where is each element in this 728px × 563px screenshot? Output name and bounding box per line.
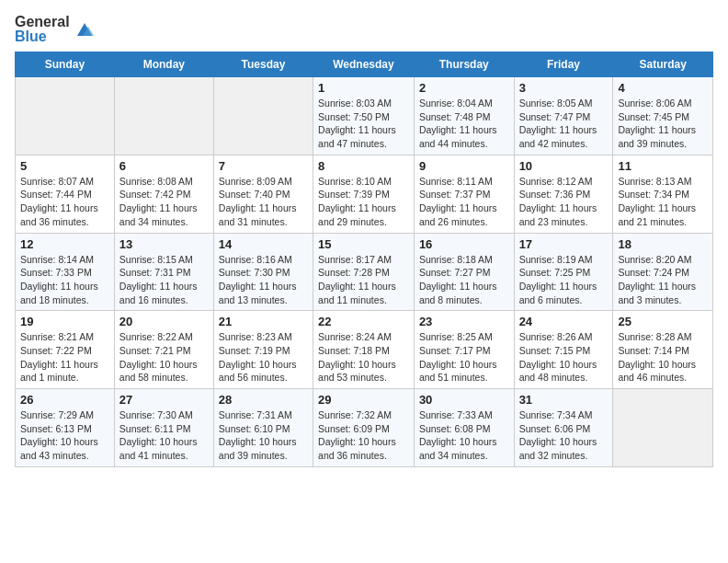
day-number: 18 [618, 237, 708, 251]
day-info: Sunrise: 8:05 AMSunset: 7:47 PMDaylight:… [519, 97, 609, 151]
day-number: 29 [318, 393, 409, 407]
day-number: 25 [618, 315, 708, 328]
day-number: 28 [219, 393, 308, 407]
calendar-cell: 22Sunrise: 8:24 AMSunset: 7:18 PMDayligh… [313, 311, 415, 389]
logo-blue: Blue [15, 29, 70, 44]
day-info: Sunrise: 7:32 AMSunset: 6:09 PMDaylight:… [318, 408, 409, 463]
day-number: 31 [519, 393, 609, 407]
calendar-cell: 26Sunrise: 7:29 AMSunset: 6:13 PMDayligh… [16, 389, 115, 467]
weekday-header-friday: Friday [514, 52, 613, 77]
calendar-cell: 24Sunrise: 8:26 AMSunset: 7:15 PMDayligh… [514, 311, 613, 389]
day-number: 2 [419, 81, 509, 95]
calendar-cell: 8Sunrise: 8:10 AMSunset: 7:39 PMDaylight… [313, 155, 415, 233]
calendar-cell: 12Sunrise: 8:14 AMSunset: 7:33 PMDayligh… [16, 233, 115, 311]
day-info: Sunrise: 8:09 AMSunset: 7:40 PMDaylight:… [219, 175, 308, 229]
weekday-header-saturday: Saturday [613, 52, 713, 77]
calendar-cell [213, 77, 313, 155]
day-number: 14 [219, 237, 308, 251]
day-number: 6 [119, 159, 209, 173]
calendar-cell: 5Sunrise: 8:07 AMSunset: 7:44 PMDaylight… [16, 155, 115, 233]
day-info: Sunrise: 8:04 AMSunset: 7:48 PMDaylight:… [419, 97, 509, 151]
calendar-cell: 16Sunrise: 8:18 AMSunset: 7:27 PMDayligh… [414, 233, 514, 311]
logo-general: General [15, 15, 70, 29]
calendar-cell [613, 389, 713, 467]
day-number: 22 [318, 315, 409, 328]
calendar-cell: 19Sunrise: 8:21 AMSunset: 7:22 PMDayligh… [16, 311, 115, 389]
weekday-header-sunday: Sunday [16, 52, 115, 77]
calendar-cell: 14Sunrise: 8:16 AMSunset: 7:30 PMDayligh… [213, 233, 313, 311]
calendar-cell: 28Sunrise: 7:31 AMSunset: 6:10 PMDayligh… [213, 389, 313, 467]
day-info: Sunrise: 8:22 AMSunset: 7:21 PMDaylight:… [119, 330, 209, 385]
calendar-cell: 10Sunrise: 8:12 AMSunset: 7:36 PMDayligh… [514, 155, 613, 233]
day-info: Sunrise: 7:33 AMSunset: 6:08 PMDaylight:… [419, 408, 509, 463]
calendar-cell: 6Sunrise: 8:08 AMSunset: 7:42 PMDaylight… [114, 155, 213, 233]
calendar-cell: 15Sunrise: 8:17 AMSunset: 7:28 PMDayligh… [313, 233, 415, 311]
calendar-cell: 31Sunrise: 7:34 AMSunset: 6:06 PMDayligh… [514, 389, 613, 467]
calendar-cell: 25Sunrise: 8:28 AMSunset: 7:14 PMDayligh… [613, 311, 713, 389]
calendar-cell: 17Sunrise: 8:19 AMSunset: 7:25 PMDayligh… [514, 233, 613, 311]
calendar-cell: 21Sunrise: 8:23 AMSunset: 7:19 PMDayligh… [213, 311, 313, 389]
day-info: Sunrise: 8:11 AMSunset: 7:37 PMDaylight:… [419, 175, 509, 229]
day-info: Sunrise: 8:13 AMSunset: 7:34 PMDaylight:… [618, 175, 708, 229]
day-info: Sunrise: 7:30 AMSunset: 6:11 PMDaylight:… [119, 408, 209, 463]
day-number: 5 [20, 159, 109, 173]
calendar-cell: 27Sunrise: 7:30 AMSunset: 6:11 PMDayligh… [114, 389, 213, 467]
day-number: 16 [419, 237, 509, 251]
day-info: Sunrise: 8:26 AMSunset: 7:15 PMDaylight:… [519, 330, 609, 385]
logo: General Blue [15, 15, 96, 44]
day-info: Sunrise: 8:14 AMSunset: 7:33 PMDaylight:… [20, 253, 109, 307]
day-number: 9 [419, 159, 509, 173]
day-number: 11 [618, 159, 708, 173]
day-info: Sunrise: 8:16 AMSunset: 7:30 PMDaylight:… [219, 253, 308, 307]
day-info: Sunrise: 8:19 AMSunset: 7:25 PMDaylight:… [519, 253, 609, 307]
calendar-cell: 4Sunrise: 8:06 AMSunset: 7:45 PMDaylight… [613, 77, 713, 155]
day-number: 30 [419, 393, 509, 407]
calendar-cell: 30Sunrise: 7:33 AMSunset: 6:08 PMDayligh… [414, 389, 514, 467]
weekday-header-tuesday: Tuesday [213, 52, 313, 77]
calendar-cell: 20Sunrise: 8:22 AMSunset: 7:21 PMDayligh… [114, 311, 213, 389]
day-info: Sunrise: 8:18 AMSunset: 7:27 PMDaylight:… [419, 253, 509, 307]
day-info: Sunrise: 7:34 AMSunset: 6:06 PMDaylight:… [519, 408, 609, 463]
day-info: Sunrise: 8:12 AMSunset: 7:36 PMDaylight:… [519, 175, 609, 229]
day-number: 12 [20, 237, 109, 251]
day-info: Sunrise: 7:29 AMSunset: 6:13 PMDaylight:… [20, 408, 109, 463]
day-info: Sunrise: 8:15 AMSunset: 7:31 PMDaylight:… [119, 253, 209, 307]
calendar-cell: 7Sunrise: 8:09 AMSunset: 7:40 PMDaylight… [213, 155, 313, 233]
weekday-header-wednesday: Wednesday [313, 52, 415, 77]
day-number: 1 [318, 81, 409, 95]
day-info: Sunrise: 8:20 AMSunset: 7:24 PMDaylight:… [618, 253, 708, 307]
weekday-header-monday: Monday [114, 52, 213, 77]
day-info: Sunrise: 8:07 AMSunset: 7:44 PMDaylight:… [20, 175, 109, 229]
calendar-cell: 1Sunrise: 8:03 AMSunset: 7:50 PMDaylight… [313, 77, 415, 155]
day-number: 27 [119, 393, 209, 407]
day-number: 23 [419, 315, 509, 328]
day-info: Sunrise: 8:08 AMSunset: 7:42 PMDaylight:… [119, 175, 209, 229]
day-info: Sunrise: 8:28 AMSunset: 7:14 PMDaylight:… [618, 330, 708, 385]
calendar-table: SundayMondayTuesdayWednesdayThursdayFrid… [15, 52, 713, 467]
day-number: 24 [519, 315, 609, 328]
day-number: 17 [519, 237, 609, 251]
day-number: 10 [519, 159, 609, 173]
calendar-cell: 13Sunrise: 8:15 AMSunset: 7:31 PMDayligh… [114, 233, 213, 311]
calendar-cell: 2Sunrise: 8:04 AMSunset: 7:48 PMDaylight… [414, 77, 514, 155]
day-info: Sunrise: 7:31 AMSunset: 6:10 PMDaylight:… [219, 408, 308, 463]
logo-icon [72, 19, 96, 40]
day-number: 15 [318, 237, 409, 251]
calendar-cell: 18Sunrise: 8:20 AMSunset: 7:24 PMDayligh… [613, 233, 713, 311]
day-info: Sunrise: 8:25 AMSunset: 7:17 PMDaylight:… [419, 330, 509, 385]
day-number: 7 [219, 159, 308, 173]
day-info: Sunrise: 8:03 AMSunset: 7:50 PMDaylight:… [318, 97, 409, 151]
day-info: Sunrise: 8:23 AMSunset: 7:19 PMDaylight:… [219, 330, 308, 385]
day-info: Sunrise: 8:17 AMSunset: 7:28 PMDaylight:… [318, 253, 409, 307]
calendar-cell: 3Sunrise: 8:05 AMSunset: 7:47 PMDaylight… [514, 77, 613, 155]
day-number: 20 [119, 315, 209, 328]
day-number: 3 [519, 81, 609, 95]
day-info: Sunrise: 8:10 AMSunset: 7:39 PMDaylight:… [318, 175, 409, 229]
calendar-cell: 29Sunrise: 7:32 AMSunset: 6:09 PMDayligh… [313, 389, 415, 467]
day-number: 19 [20, 315, 109, 328]
day-info: Sunrise: 8:21 AMSunset: 7:22 PMDaylight:… [20, 330, 109, 385]
weekday-header-thursday: Thursday [414, 52, 514, 77]
calendar-cell: 11Sunrise: 8:13 AMSunset: 7:34 PMDayligh… [613, 155, 713, 233]
calendar-cell: 23Sunrise: 8:25 AMSunset: 7:17 PMDayligh… [414, 311, 514, 389]
day-info: Sunrise: 8:06 AMSunset: 7:45 PMDaylight:… [618, 97, 708, 151]
